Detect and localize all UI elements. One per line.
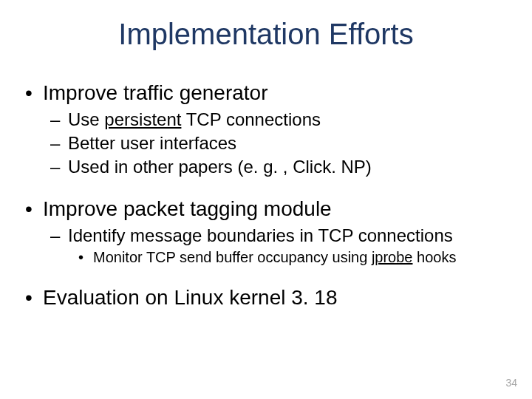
slide-title: Implementation Efforts: [0, 18, 532, 51]
slide-number: 34: [505, 377, 517, 389]
text-post: hooks: [413, 249, 457, 265]
spacer: [22, 268, 510, 284]
spacer: [22, 180, 510, 196]
text-pre: Use: [68, 109, 104, 129]
subbullet-boundaries: Identify message boundaries in TCP conne…: [22, 225, 510, 247]
subbullet-other-papers: Used in other papers (e. g. , Click. NP): [22, 156, 510, 178]
bullet-linux-kernel: Evaluation on Linux kernel 3. 18: [22, 284, 510, 310]
text-pre: Monitor TCP send buffer occupancy using: [93, 249, 372, 265]
slide-body: Improve traffic generator Use persistent…: [22, 80, 510, 313]
text-keyword-jprobe: jprobe: [372, 249, 413, 265]
bullet-improve-traffic: Improve traffic generator: [22, 80, 510, 106]
slide: Implementation Efforts Improve traffic g…: [0, 0, 532, 399]
subbullet-persistent: Use persistent TCP connections: [22, 109, 510, 131]
bullet-packet-tagging: Improve packet tagging module: [22, 196, 510, 222]
text-keyword-persistent: persistent: [104, 109, 181, 129]
subsubbullet-jprobe: Monitor TCP send buffer occupancy using …: [22, 248, 510, 267]
subbullet-ui: Better user interfaces: [22, 132, 510, 154]
text-post: TCP connections: [181, 109, 321, 129]
